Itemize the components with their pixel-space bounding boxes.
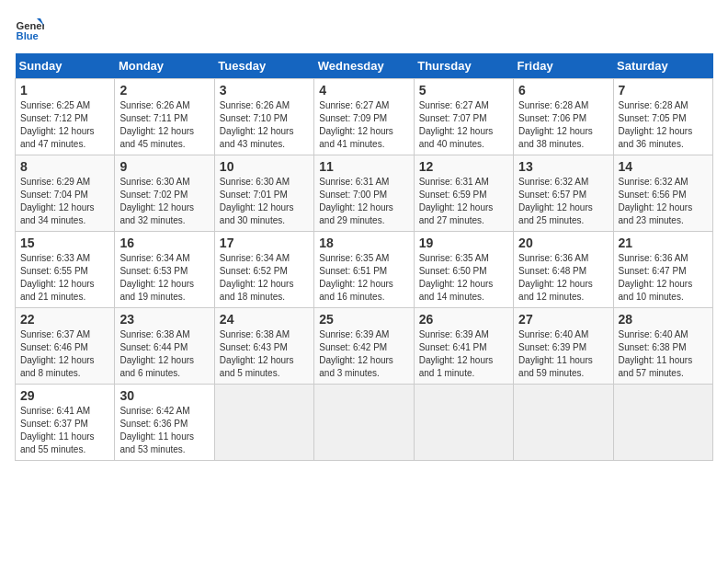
day-number: 30 (119, 388, 209, 403)
calendar-week-row: 22 Sunrise: 6:37 AMSunset: 6:46 PMDaylig… (16, 308, 713, 385)
day-info: Sunrise: 6:28 AMSunset: 7:06 PMDaylight:… (518, 100, 593, 149)
calendar-cell: 5 Sunrise: 6:27 AMSunset: 7:07 PMDayligh… (414, 79, 513, 155)
calendar-cell (214, 385, 313, 461)
calendar-cell: 28 Sunrise: 6:40 AMSunset: 6:38 PMDaylig… (613, 308, 712, 385)
calendar-cell: 7 Sunrise: 6:28 AMSunset: 7:05 PMDayligh… (613, 79, 712, 155)
day-info: Sunrise: 6:38 AMSunset: 6:44 PMDaylight:… (119, 329, 194, 378)
day-number: 10 (220, 159, 309, 174)
calendar-cell (414, 385, 513, 461)
day-info: Sunrise: 6:27 AMSunset: 7:07 PMDaylight:… (419, 100, 494, 149)
calendar-cell: 16 Sunrise: 6:34 AMSunset: 6:53 PMDaylig… (115, 232, 214, 308)
day-info: Sunrise: 6:36 AMSunset: 6:48 PMDaylight:… (518, 253, 593, 302)
calendar-cell: 12 Sunrise: 6:31 AMSunset: 6:59 PMDaylig… (414, 155, 513, 232)
day-number: 24 (220, 312, 309, 327)
day-info: Sunrise: 6:34 AMSunset: 6:53 PMDaylight:… (119, 253, 194, 302)
day-number: 14 (619, 159, 708, 174)
calendar-cell: 17 Sunrise: 6:34 AMSunset: 6:52 PMDaylig… (214, 232, 313, 308)
weekday-header-row: SundayMondayTuesdayWednesdayThursdayFrid… (16, 53, 713, 79)
calendar-cell (514, 385, 613, 461)
day-number: 29 (20, 388, 109, 403)
day-info: Sunrise: 6:29 AMSunset: 7:04 PMDaylight:… (20, 177, 95, 225)
day-info: Sunrise: 6:35 AMSunset: 6:50 PMDaylight:… (419, 253, 494, 302)
calendar-cell: 14 Sunrise: 6:32 AMSunset: 6:56 PMDaylig… (613, 155, 712, 232)
calendar-cell: 13 Sunrise: 6:32 AMSunset: 6:57 PMDaylig… (514, 155, 613, 232)
weekday-header-saturday: Saturday (613, 53, 712, 79)
day-number: 7 (619, 83, 708, 98)
day-number: 6 (518, 83, 608, 98)
day-number: 3 (220, 83, 309, 98)
day-info: Sunrise: 6:36 AMSunset: 6:47 PMDaylight:… (619, 253, 693, 302)
weekday-header-monday: Monday (115, 53, 214, 79)
calendar-cell: 30 Sunrise: 6:42 AMSunset: 6:36 PMDaylig… (115, 385, 214, 461)
day-info: Sunrise: 6:31 AMSunset: 6:59 PMDaylight:… (419, 177, 494, 225)
weekday-header-thursday: Thursday (414, 53, 513, 79)
day-number: 16 (119, 236, 209, 250)
day-number: 4 (319, 83, 408, 98)
svg-text:General: General (17, 20, 44, 31)
day-number: 17 (220, 236, 309, 250)
day-info: Sunrise: 6:35 AMSunset: 6:51 PMDaylight:… (319, 253, 393, 302)
day-info: Sunrise: 6:28 AMSunset: 7:05 PMDaylight:… (619, 100, 693, 149)
calendar-cell: 1 Sunrise: 6:25 AMSunset: 7:12 PMDayligh… (16, 79, 115, 155)
day-info: Sunrise: 6:30 AMSunset: 7:01 PMDaylight:… (220, 177, 294, 225)
calendar-cell: 29 Sunrise: 6:41 AMSunset: 6:37 PMDaylig… (16, 385, 115, 461)
calendar-cell: 23 Sunrise: 6:38 AMSunset: 6:44 PMDaylig… (115, 308, 214, 385)
calendar-cell: 27 Sunrise: 6:40 AMSunset: 6:39 PMDaylig… (514, 308, 613, 385)
day-info: Sunrise: 6:27 AMSunset: 7:09 PMDaylight:… (319, 100, 393, 149)
day-info: Sunrise: 6:39 AMSunset: 6:41 PMDaylight:… (419, 329, 494, 378)
calendar-cell: 20 Sunrise: 6:36 AMSunset: 6:48 PMDaylig… (514, 232, 613, 308)
calendar-cell: 18 Sunrise: 6:35 AMSunset: 6:51 PMDaylig… (314, 232, 414, 308)
weekday-header-wednesday: Wednesday (314, 53, 414, 79)
weekday-header-sunday: Sunday (16, 53, 115, 79)
day-number: 18 (319, 236, 408, 250)
day-info: Sunrise: 6:33 AMSunset: 6:55 PMDaylight:… (20, 253, 95, 302)
calendar-week-row: 1 Sunrise: 6:25 AMSunset: 7:12 PMDayligh… (16, 79, 713, 155)
day-info: Sunrise: 6:26 AMSunset: 7:11 PMDaylight:… (119, 100, 194, 149)
day-info: Sunrise: 6:42 AMSunset: 6:36 PMDaylight:… (119, 406, 194, 454)
day-number: 26 (419, 312, 508, 327)
calendar-week-row: 15 Sunrise: 6:33 AMSunset: 6:55 PMDaylig… (16, 232, 713, 308)
day-info: Sunrise: 6:41 AMSunset: 6:37 PMDaylight:… (20, 406, 95, 454)
day-number: 9 (119, 159, 209, 174)
calendar-cell: 8 Sunrise: 6:29 AMSunset: 7:04 PMDayligh… (16, 155, 115, 232)
calendar-cell: 10 Sunrise: 6:30 AMSunset: 7:01 PMDaylig… (214, 155, 313, 232)
calendar-week-row: 29 Sunrise: 6:41 AMSunset: 6:37 PMDaylig… (16, 385, 713, 461)
calendar-cell: 15 Sunrise: 6:33 AMSunset: 6:55 PMDaylig… (16, 232, 115, 308)
page-header: General Blue (15, 15, 713, 44)
day-number: 22 (20, 312, 109, 327)
day-info: Sunrise: 6:34 AMSunset: 6:52 PMDaylight:… (220, 253, 294, 302)
day-number: 13 (518, 159, 608, 174)
day-number: 1 (20, 83, 109, 98)
calendar-cell: 21 Sunrise: 6:36 AMSunset: 6:47 PMDaylig… (613, 232, 712, 308)
weekday-header-friday: Friday (514, 53, 613, 79)
day-info: Sunrise: 6:38 AMSunset: 6:43 PMDaylight:… (220, 329, 294, 378)
logo-icon: General Blue (15, 15, 44, 44)
day-number: 21 (619, 236, 708, 250)
calendar-cell: 4 Sunrise: 6:27 AMSunset: 7:09 PMDayligh… (314, 79, 414, 155)
calendar-cell: 26 Sunrise: 6:39 AMSunset: 6:41 PMDaylig… (414, 308, 513, 385)
calendar-cell: 19 Sunrise: 6:35 AMSunset: 6:50 PMDaylig… (414, 232, 513, 308)
calendar-cell: 22 Sunrise: 6:37 AMSunset: 6:46 PMDaylig… (16, 308, 115, 385)
day-info: Sunrise: 6:31 AMSunset: 7:00 PMDaylight:… (319, 177, 393, 225)
day-number: 11 (319, 159, 408, 174)
day-number: 2 (119, 83, 209, 98)
day-info: Sunrise: 6:40 AMSunset: 6:39 PMDaylight:… (518, 329, 593, 378)
weekday-header-tuesday: Tuesday (214, 53, 313, 79)
day-info: Sunrise: 6:30 AMSunset: 7:02 PMDaylight:… (119, 177, 194, 225)
day-number: 20 (518, 236, 608, 250)
day-info: Sunrise: 6:32 AMSunset: 6:57 PMDaylight:… (518, 177, 593, 225)
calendar-table: SundayMondayTuesdayWednesdayThursdayFrid… (15, 53, 713, 461)
calendar-cell: 24 Sunrise: 6:38 AMSunset: 6:43 PMDaylig… (214, 308, 313, 385)
day-number: 25 (319, 312, 408, 327)
day-number: 19 (419, 236, 508, 250)
calendar-cell: 6 Sunrise: 6:28 AMSunset: 7:06 PMDayligh… (514, 79, 613, 155)
calendar-cell (314, 385, 414, 461)
day-number: 12 (419, 159, 508, 174)
logo: General Blue (15, 15, 44, 44)
day-number: 28 (619, 312, 708, 327)
calendar-cell (613, 385, 712, 461)
day-number: 5 (419, 83, 508, 98)
day-info: Sunrise: 6:37 AMSunset: 6:46 PMDaylight:… (20, 329, 95, 378)
day-info: Sunrise: 6:39 AMSunset: 6:42 PMDaylight:… (319, 329, 393, 378)
calendar-week-row: 8 Sunrise: 6:29 AMSunset: 7:04 PMDayligh… (16, 155, 713, 232)
